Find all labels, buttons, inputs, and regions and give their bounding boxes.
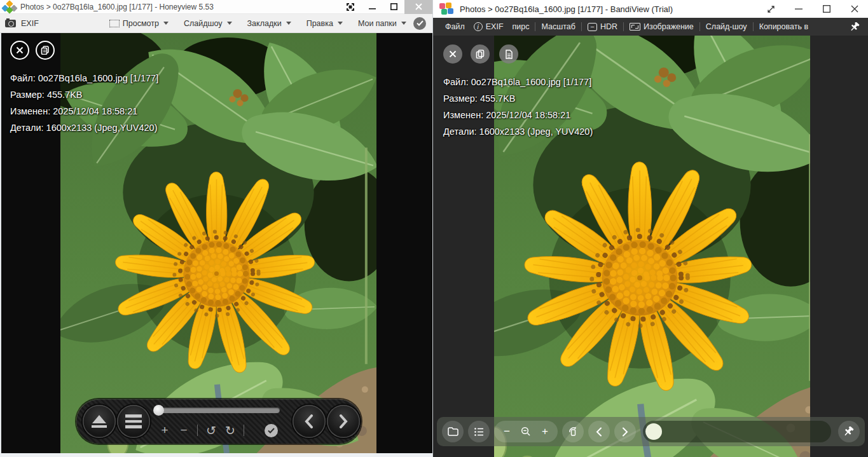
exif-overlay: Файл: 0o27Bq16la_1600.jpg [1/177] Размер… [10,41,158,136]
chevron-down-icon [401,22,406,25]
honeyview-control-bar: + − ↺ ↻ [76,399,361,444]
close-button[interactable] [404,0,432,14]
minimize-button[interactable] [785,0,813,18]
rotate-right-button[interactable]: ↻ [221,423,240,438]
menu-exif[interactable]: i EXIF [469,22,508,31]
slider-handle[interactable] [153,405,164,416]
pin-toolbar-button[interactable] [850,22,860,32]
bandiview-window: Photos > 0o27Bq16la_1600.jpg [1/177] - B… [432,0,868,457]
next-image-button[interactable] [614,421,636,442]
bandiview-toolbar: Файл i EXIF пирс Масштаб − HDR Изображен… [433,18,868,36]
menu-view[interactable]: Просмотр [107,19,171,28]
pin-icon [850,22,860,32]
overlay-copy-button[interactable] [471,44,490,64]
zoom-in-button[interactable]: + [536,425,554,438]
menu-truncated[interactable]: пирс [508,22,534,31]
overlay-copy-button[interactable] [36,41,55,60]
divider [699,22,700,31]
window-bottom-edge [0,453,432,457]
exif-modified: Изменен: 2025/12/04 18:58:21 [10,103,158,119]
divider [581,22,582,31]
maximize-button[interactable] [813,0,841,18]
eject-button[interactable] [83,405,116,438]
slider-handle[interactable] [645,423,662,440]
hamburger-icon [125,414,142,428]
bandiview-image-canvas: Файл: 0o27Bq16la_1600.jpg [1/177] Размер… [433,36,868,457]
zoom-out-button[interactable]: − [174,423,193,437]
navigation-slider[interactable] [643,421,831,442]
open-folder-button[interactable] [442,421,464,442]
minimize-button[interactable] [361,0,383,14]
exif-size: Размер: 455.7KB [10,86,158,103]
confirm-check-button[interactable] [413,17,426,30]
menu-hdr[interactable]: − HDR [583,22,622,31]
menu-bookmarks[interactable]: Закладки [245,19,294,28]
image-frame-icon [630,23,640,31]
exif-file: Файл: 0o27Bq16la_1600.jpg [1/177] [443,74,593,90]
list-icon [474,428,484,436]
desktop: Photos > 0o27Bq16la_1600.jpg [1/177] - H… [0,0,868,457]
rotate-button[interactable] [562,421,584,442]
rotate-left-button[interactable]: ↺ [202,423,221,438]
chevron-down-icon [286,22,291,25]
exif-camera-icon [5,20,16,27]
hdr-icon: − [588,23,597,31]
menu-image[interactable]: Изображение [625,22,698,31]
honeyview-logo-icon [3,1,17,13]
zoom-out-button[interactable]: − [498,425,516,438]
zoom-level-button[interactable] [517,426,535,437]
bandiview-logo-icon [439,3,455,15]
exif-button[interactable]: EXIF [18,19,41,28]
divider [623,22,624,31]
menu-copy-to[interactable]: Копировать в [755,22,813,31]
exif-overlay: Файл: 0o27Bq16la_1600.jpg [1/177] Размер… [443,44,593,140]
exif-file: Файл: 0o27Bq16la_1600.jpg [1/177] [10,70,158,86]
divider [753,22,754,31]
overlay-close-button[interactable] [10,41,29,60]
folder-icon [448,427,458,436]
window-title: Photos > 0o27Bq16la_1600.jpg [1/177] - H… [20,3,214,11]
pin-bar-button[interactable] [838,421,860,442]
maximize-button[interactable] [383,0,404,14]
next-image-button[interactable] [327,405,360,438]
fullscreen-button[interactable] [340,0,361,14]
exif-modified: Изменен: 2025/12/04 18:58:21 [443,107,593,123]
bandiview-titlebar: Photos > 0o27Bq16la_1600.jpg [1/177] - B… [433,0,868,18]
exif-details: Детали: 1600x2133 (Jpeg, YUV420) [443,123,593,140]
info-icon: i [474,22,483,31]
menu-edit[interactable]: Правка [304,19,345,28]
window-title: Photos > 0o27Bq16la_1600.jpg [1/177] - B… [460,4,673,14]
menu-slideshow[interactable]: Слайдшоу [181,19,235,28]
divider [197,425,198,436]
menu-slideshow[interactable]: Слайд-шоу [701,22,752,31]
rotate-icon [568,426,578,437]
pin-icon [844,426,854,437]
eject-icon [92,415,107,428]
menu-my-folders[interactable]: Мои папки [355,19,409,28]
honeyview-image-canvas: Файл: 0o27Bq16la_1600.jpg [1/177] Размер… [0,33,432,453]
honeyview-titlebar: Photos > 0o27Bq16la_1600.jpg [1/177] - H… [0,0,432,14]
menu-list-button[interactable] [117,405,150,438]
exif-details: Детали: 1600x2133 (Jpeg,YUV420) [10,119,158,136]
close-button[interactable] [841,0,868,18]
zoom-in-button[interactable]: + [155,423,174,437]
honeyview-toolbar: EXIF Просмотр Слайдшоу Закладки Правка М… [0,14,432,33]
menu-file[interactable]: Файл [441,22,469,31]
navigation-slider[interactable] [155,407,280,413]
chevron-down-icon [338,22,343,25]
honeyview-window: Photos > 0o27Bq16la_1600.jpg [1/177] - H… [0,0,432,457]
previous-image-button[interactable] [293,405,326,438]
apply-check-button[interactable] [265,424,278,437]
view-frame-icon [109,20,120,27]
previous-image-button[interactable] [588,421,610,442]
bandiview-control-bar: − + [437,417,865,446]
chevron-down-icon [227,22,232,25]
fullscreen-button[interactable] [757,0,785,18]
overlay-document-button[interactable] [499,44,518,64]
thumbnail-list-button[interactable] [468,421,490,442]
magnifier-minus-icon [521,426,531,437]
divider [535,22,535,31]
menu-scale[interactable]: Масштаб [537,22,579,31]
exif-size: Размер: 455.7KB [443,90,593,107]
overlay-close-button[interactable] [443,44,462,64]
